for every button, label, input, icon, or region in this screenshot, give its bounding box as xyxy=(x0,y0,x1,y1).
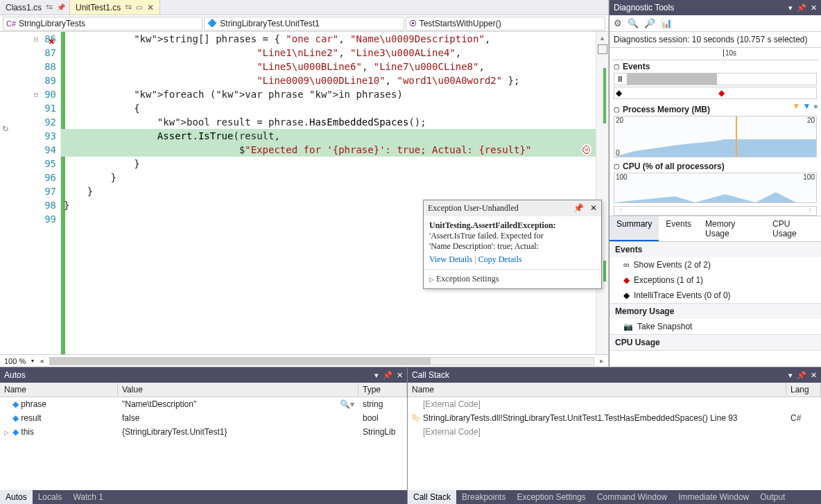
autos-grid[interactable]: ◆ phrase"Name\tDescription" 🔍▾string◆ re… xyxy=(0,397,407,490)
time-ruler[interactable]: 10s xyxy=(612,48,818,60)
autos-row[interactable]: ◆ phrase"Name\tDescription" 🔍▾string xyxy=(0,397,407,411)
pin-icon[interactable]: 📌 xyxy=(797,371,806,380)
summary-cpu-header: CPU Usage xyxy=(610,335,821,350)
memory-area xyxy=(614,128,816,157)
autos-row[interactable]: ◆ resultfalsebool xyxy=(0,411,407,425)
scroll-right-icon[interactable]: ▸ xyxy=(600,356,604,365)
memory-chart[interactable]: 20 20 0 0 xyxy=(614,116,817,157)
dropdown-icon[interactable]: ▾ xyxy=(788,371,793,380)
copy-details-link[interactable]: Copy Details xyxy=(478,254,522,264)
col-name[interactable]: Name xyxy=(408,383,786,397)
panel-titlebar[interactable]: Autos ▾📌✕ xyxy=(0,367,407,383)
tab-watch1[interactable]: Watch 1 xyxy=(67,490,109,504)
tab-breakpoints[interactable]: Breakpoints xyxy=(456,490,511,504)
horizontal-scrollbar[interactable] xyxy=(49,357,594,365)
code-editor[interactable]: ↻ ⊟86878889⊟90919293949596979899 ✕ "kw">… xyxy=(0,32,608,354)
autos-tabs: Autos Locals Watch 1 xyxy=(0,490,407,504)
panel-titlebar[interactable]: Diagnostic Tools ▾ 📌 ✕ xyxy=(610,0,821,15)
pin-icon[interactable]: ⮀ xyxy=(46,3,53,11)
zoom-in-icon[interactable]: 🔍 xyxy=(628,18,639,28)
cpu-area xyxy=(614,182,816,202)
method-name: TestStartsWithUpper() xyxy=(420,19,501,28)
intellitrace-link[interactable]: ◆IntelliTrace Events (0 of 0) xyxy=(610,288,821,303)
summary-events-header: Events xyxy=(610,242,821,257)
tab-summary[interactable]: Summary xyxy=(610,216,659,241)
tab-class1[interactable]: Class1.cs ⮀ 📌 xyxy=(0,0,70,15)
class-name: StringLibraryTest.UnitTest1 xyxy=(220,19,319,28)
split-icon[interactable] xyxy=(598,44,607,54)
scroll-right-icon[interactable]: 〉 xyxy=(808,206,815,216)
gutter: ⊟86878889⊟90919293949596979899 xyxy=(0,32,61,354)
camera-icon: 📷 xyxy=(623,322,633,331)
diamond-icon: ◆ xyxy=(616,88,622,98)
close-icon[interactable]: ✕ xyxy=(590,203,597,213)
pin-icon[interactable]: 📌 xyxy=(383,371,392,380)
close-icon[interactable]: ✕ xyxy=(397,371,403,380)
project-combo[interactable]: C#StringLibraryTests xyxy=(3,17,202,31)
cpu-header[interactable]: CPU (% of all processors) xyxy=(610,160,821,173)
memory-header[interactable]: Process Memory (MB) ▼ ▼ ● xyxy=(610,103,821,116)
tab-immediate-window[interactable]: Immediate Window xyxy=(673,490,754,504)
exception-message: 'Name Description': true; Actual: xyxy=(429,241,596,252)
col-value[interactable]: Value xyxy=(118,383,358,397)
tab-output[interactable]: Output xyxy=(754,490,790,504)
tab-memory[interactable]: Memory Usage xyxy=(698,216,766,241)
autos-panel: Autos ▾📌✕ Name Value Type ◆ phrase"Name\… xyxy=(0,367,408,504)
preview-icon[interactable]: ▭ xyxy=(136,3,143,11)
expand-icon[interactable]: ▷ xyxy=(429,276,434,283)
panel-title-text: Autos xyxy=(4,370,26,380)
autos-row[interactable]: ▷◆ this{StringLibraryTest.UnitTest1}Stri… xyxy=(0,425,407,439)
callstack-grid[interactable]: [External Code]⮱StringLibraryTests.dll!S… xyxy=(408,397,821,490)
tab-locals[interactable]: Locals xyxy=(33,490,68,504)
scroll-left-icon[interactable]: 〈 xyxy=(616,206,623,216)
dropdown-icon[interactable]: ▾ xyxy=(788,3,793,12)
close-icon[interactable]: ✕ xyxy=(811,3,817,12)
cpu-chart[interactable]: 100 100 xyxy=(614,173,817,203)
code-lines[interactable]: ✕ "kw">string[] phrases = { "one car", "… xyxy=(61,32,596,354)
tab-command-window[interactable]: Command Window xyxy=(591,490,673,504)
zoom-level[interactable]: 100 % xyxy=(4,357,26,365)
method-combo[interactable]: ⦿TestStartsWithUpper() xyxy=(406,17,605,31)
navigation-bar: C#StringLibraryTests 🔷StringLibraryTest.… xyxy=(0,15,608,32)
event-row[interactable]: ◆◆ xyxy=(614,87,817,99)
close-icon[interactable]: ✕ xyxy=(811,371,817,380)
pin-icon[interactable]: 📌 xyxy=(573,203,584,213)
tab-unittest1[interactable]: UnitTest1.cs ⮀ ▭ ✕ xyxy=(70,0,160,15)
zoom-out-icon[interactable]: 🔎 xyxy=(644,18,655,28)
take-snapshot-button[interactable]: 📷Take Snapshot xyxy=(610,319,821,334)
tab-callstack[interactable]: Call Stack xyxy=(408,490,456,504)
exception-settings-link[interactable]: Exception Settings xyxy=(436,274,499,284)
panel-title-text: Diagnostic Tools xyxy=(614,3,674,12)
diag-scrollbar[interactable]: 〈〉 xyxy=(614,206,817,216)
callstack-row[interactable]: ⮱StringLibraryTests.dll!StringLibraryTes… xyxy=(408,411,821,425)
pin-icon[interactable]: ⮀ xyxy=(125,3,132,11)
overview-ruler[interactable]: ▴ xyxy=(596,32,608,354)
callstack-row[interactable]: [External Code] xyxy=(408,425,821,439)
zoom-dropdown-icon[interactable]: ▾ xyxy=(31,358,34,364)
panel-titlebar[interactable]: Call Stack ▾📌✕ xyxy=(408,367,821,383)
close-icon[interactable]: ✕ xyxy=(147,3,154,12)
show-events-link[interactable]: ∞Show Events (2 of 2) xyxy=(610,257,821,272)
dropdown-icon[interactable]: ▾ xyxy=(374,371,379,380)
tab-autos[interactable]: Autos xyxy=(0,490,33,504)
event-row[interactable]: ⏸ xyxy=(614,73,817,85)
scroll-left-icon[interactable]: ◂ xyxy=(40,356,44,365)
view-details-link[interactable]: View Details xyxy=(429,254,472,264)
tab-exception-settings[interactable]: Exception Settings xyxy=(511,490,591,504)
exceptions-link[interactable]: ◆Exceptions (1 of 1) xyxy=(610,272,821,288)
callstack-tabs: Call Stack Breakpoints Exception Setting… xyxy=(408,490,821,504)
callstack-row[interactable]: [External Code] xyxy=(408,397,821,411)
exception-diamond-icon: ◆ xyxy=(718,88,725,98)
pin-icon[interactable]: 📌 xyxy=(797,3,806,12)
col-lang[interactable]: Lang xyxy=(786,383,821,397)
gear-icon[interactable]: ⚙ xyxy=(614,18,622,28)
col-name[interactable]: Name xyxy=(0,383,118,397)
class-combo[interactable]: 🔷StringLibraryTest.UnitTest1 xyxy=(204,17,404,31)
tab-events[interactable]: Events xyxy=(659,216,698,241)
chart-icon[interactable]: 📊 xyxy=(661,18,672,28)
axis-label: 100 xyxy=(803,173,815,181)
tab-cpu[interactable]: CPU Usage xyxy=(766,216,821,241)
events-header[interactable]: Events xyxy=(610,60,821,73)
pin-tab-icon[interactable]: 📌 xyxy=(57,3,64,11)
col-type[interactable]: Type xyxy=(358,383,407,397)
